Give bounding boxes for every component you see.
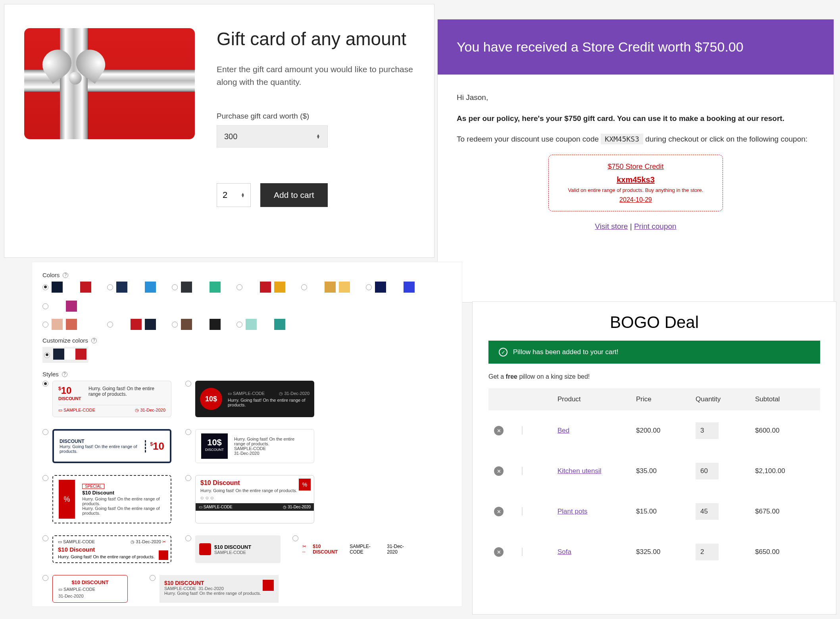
stepper-icon[interactable]: ▲▼ [241, 193, 245, 197]
radio-icon[interactable] [42, 535, 48, 541]
color-option[interactable] [42, 282, 91, 293]
color-option[interactable] [42, 301, 77, 312]
email-policy-line: As per our policy, here's your $750 gift… [457, 113, 815, 125]
remove-icon[interactable]: ✕ [494, 426, 504, 435]
coupon-style-option-4[interactable]: 10$DISCOUNT Hurry. Going fast! On the en… [185, 429, 316, 463]
gift-card-image [24, 28, 195, 139]
coupon-style-option-6[interactable]: % $10 Discount Hurry. Going fast! On the… [185, 475, 316, 523]
radio-icon[interactable] [150, 575, 156, 581]
help-icon[interactable]: ? [63, 272, 68, 278]
radio-icon[interactable] [107, 284, 113, 290]
scissors-icon: ✂ [162, 539, 166, 544]
product-link[interactable]: Sofa [557, 548, 571, 556]
radio-icon[interactable] [185, 535, 191, 541]
color-option[interactable] [107, 282, 156, 293]
cart-header-row: Product Price Quantity Subtotal [488, 388, 820, 410]
radio-icon[interactable] [42, 322, 48, 328]
product-thumbnail[interactable] [522, 548, 523, 556]
radio-icon[interactable] [172, 284, 178, 290]
quantity-input[interactable]: 60 [696, 463, 719, 479]
product-link[interactable]: Kitchen utensil [557, 467, 602, 475]
price-cell: $325.00 [636, 548, 696, 556]
radio-icon[interactable] [42, 381, 48, 387]
coupon-styles-grid: $10 DISCOUNT Hurry. Going fast! On the e… [42, 381, 452, 603]
quantity-input[interactable]: 3 [696, 422, 719, 439]
add-to-cart-button[interactable]: Add to cart [260, 183, 328, 207]
color-option[interactable] [236, 282, 285, 293]
coupon-style-option-10[interactable]: $10 DISCOUNT ▭ SAMPLE-CODE 31-Dec-2020 [42, 575, 138, 603]
remove-icon[interactable]: ✕ [494, 507, 504, 516]
color-option[interactable] [172, 282, 221, 293]
visit-store-link[interactable]: Visit store [595, 222, 628, 230]
coupon-style-option-1[interactable]: $10 DISCOUNT Hurry. Going fast! On the e… [42, 381, 173, 417]
product-link[interactable]: Plant pots [557, 508, 588, 515]
swatch [325, 282, 336, 293]
color-option[interactable] [107, 319, 156, 330]
coupon-style-option-7[interactable]: ▭ SAMPLE-CODE ◷ 31-Dec-2020 ✂ $10 Discou… [42, 535, 173, 563]
swatch [145, 282, 156, 293]
coupon-box[interactable]: $750 Store Credit kxm45ks3 Valid on enti… [548, 155, 723, 212]
product-link[interactable]: Bed [557, 427, 569, 434]
product-thumbnail[interactable] [522, 467, 523, 475]
amount-input[interactable]: 300 ▲▼ [217, 125, 328, 148]
stepper-icon[interactable]: ▲▼ [316, 134, 320, 139]
radio-icon[interactable] [44, 352, 50, 358]
subtotal-cell: $600.00 [755, 427, 815, 435]
bogo-subtext: Get a free pillow on a king size bed! [488, 373, 820, 380]
radio-icon[interactable] [366, 284, 372, 290]
col-product: Product [557, 395, 636, 403]
help-icon[interactable]: ? [91, 338, 97, 343]
coupon-style-option-5[interactable]: % SPECIAL $10 Discount Hurry. Going fast… [42, 475, 173, 523]
subtotal-cell: $675.00 [755, 508, 815, 516]
quantity-input[interactable]: 45 [696, 503, 719, 520]
table-row: ✕Sofa$325.002$650.00 [488, 532, 820, 572]
swatch [116, 282, 127, 293]
radio-icon[interactable] [42, 429, 48, 435]
coupon-style-option-9[interactable]: ✂┄ $10 DISCOUNT SAMPLE-CODE 31-Dec-2020 [292, 535, 423, 563]
radio-icon[interactable] [236, 284, 242, 290]
product-thumbnail[interactable] [522, 426, 523, 435]
col-price: Price [636, 395, 696, 403]
customize-section-label: Customize colors ? [42, 337, 452, 344]
quantity-input[interactable]: 2 [696, 544, 719, 560]
radio-icon[interactable] [236, 322, 242, 328]
radio-icon[interactable] [42, 575, 48, 581]
color-option[interactable] [366, 282, 415, 293]
radio-icon[interactable] [42, 284, 48, 290]
print-coupon-link[interactable]: Print coupon [634, 222, 677, 230]
coupon-style-option-2[interactable]: 10$ ▭ SAMPLE-CODE ◷ 31-Dec-2020 Hurry. G… [185, 381, 316, 417]
radio-icon[interactable] [172, 322, 178, 328]
product-thumbnail[interactable] [522, 507, 523, 516]
swatch [145, 319, 156, 330]
quantity-input[interactable]: 2 ▲▼ [217, 183, 251, 207]
swatch [260, 319, 271, 330]
coupon-style-option-8[interactable]: $10 DISCOUNT SAMPLE-CODE [185, 535, 281, 563]
remove-icon[interactable]: ✕ [494, 547, 504, 557]
color-option[interactable] [42, 319, 91, 330]
radio-icon[interactable] [185, 475, 191, 481]
coupon-style-option-3[interactable]: DISCOUNT Hurry. Going fast! On the entir… [42, 429, 173, 463]
radio-icon[interactable] [185, 429, 191, 435]
swatch [274, 319, 285, 330]
radio-icon[interactable] [107, 322, 113, 328]
tag-icon [263, 580, 274, 591]
swatch [66, 282, 77, 293]
store-credit-email-panel: You have received a Store Credit worth $… [437, 19, 834, 303]
radio-icon[interactable] [42, 303, 48, 309]
radio-icon[interactable] [42, 475, 48, 481]
coupon-preview: % $10 Discount Hurry. Going fast! On the… [195, 475, 314, 523]
radio-icon[interactable] [301, 284, 307, 290]
color-option[interactable] [301, 282, 350, 293]
color-option-custom[interactable] [42, 347, 88, 363]
radio-icon[interactable] [185, 381, 191, 387]
gift-card-product-panel: Gift card of any amount Enter the gift c… [4, 4, 434, 258]
tag-icon [199, 543, 211, 555]
remove-icon[interactable]: ✕ [494, 466, 504, 476]
help-icon[interactable]: ? [62, 372, 67, 377]
radio-icon[interactable] [292, 535, 298, 541]
quantity-value: 2 [223, 190, 227, 200]
color-option[interactable] [236, 319, 285, 330]
color-option[interactable] [172, 319, 221, 330]
coupon-style-option-11[interactable]: $10 DISCOUNT SAMPLE-CODE 31-Dec-2020 Hur… [150, 575, 281, 603]
swatch [131, 319, 142, 330]
